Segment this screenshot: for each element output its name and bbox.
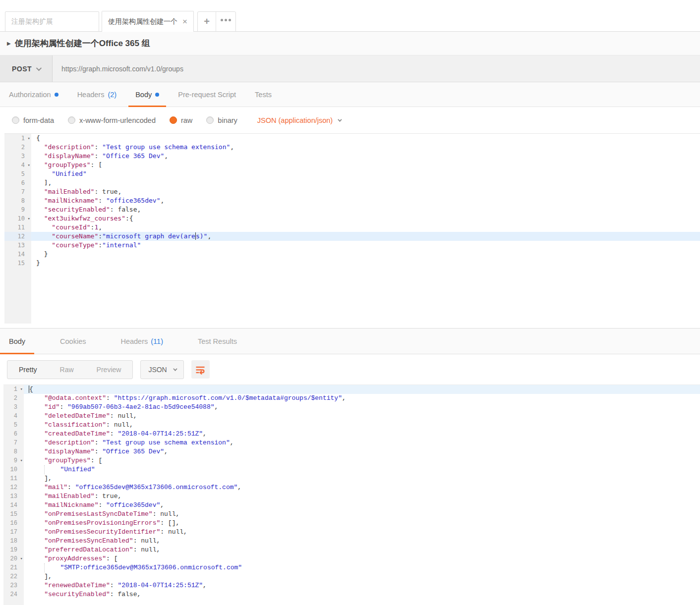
code-line: 7 "description": "Test group use schema … <box>3 439 700 447</box>
tab-response-headers[interactable]: Headers (11) <box>112 329 172 354</box>
code-line: 19 "preferredDataLocation": null, <box>3 546 700 554</box>
close-icon[interactable]: × <box>182 17 187 27</box>
more-options-button[interactable] <box>216 12 235 31</box>
mode-raw[interactable]: raw <box>170 116 192 124</box>
tab-tests[interactable]: Tests <box>255 82 272 107</box>
line-number: 14 <box>4 250 31 259</box>
chevron-down-icon <box>36 65 42 70</box>
mode-binary[interactable]: binary <box>206 116 237 124</box>
code-line[interactable]: 5 "Unified" <box>4 169 700 178</box>
code-line: 15 "onPremisesLastSyncDateTime": null, <box>3 510 700 519</box>
line-number: 2 <box>3 394 24 403</box>
tab-label: Body <box>9 337 25 345</box>
content-type-dropdown[interactable]: JSON (application/json) <box>257 116 341 124</box>
request-tab-register-schema[interactable]: 注册架构扩展 <box>5 11 99 32</box>
tab-test-results[interactable]: Test Results <box>189 329 246 354</box>
radio-selected-icon <box>170 116 177 124</box>
fold-arrow-icon[interactable]: ▾ <box>20 554 23 563</box>
line-number: 3 <box>3 403 24 412</box>
workspace-tab-strip: 注册架构扩展 使用架构属性创建一个 × + <box>0 0 700 32</box>
line-number: 13 <box>4 241 31 250</box>
code-line: 13 "mailEnabled": true, <box>3 492 700 501</box>
tab-label: Headers <box>77 91 105 99</box>
code-line: 21 "SMTP:office365dev@M365x173606.onmicr… <box>3 563 700 572</box>
editor-empty-area[interactable] <box>4 268 700 324</box>
line-number: 10 <box>3 465 24 474</box>
code-line: 5 "classification": null, <box>3 421 700 430</box>
line-number: 12 <box>4 232 31 241</box>
line-number: 6 <box>4 178 31 187</box>
radio-unselected-icon <box>206 116 214 124</box>
line-number: 2 <box>4 143 31 152</box>
code-line[interactable]: 13 "courseType":"internal" <box>4 241 700 250</box>
tab-response-cookies[interactable]: Cookies <box>51 329 95 354</box>
code-line: 14 "mailNickname": "office365dev", <box>3 501 700 510</box>
line-number: 24 <box>3 590 24 599</box>
response-format-dropdown[interactable]: JSON <box>140 360 183 379</box>
line-number: 11 <box>4 223 31 232</box>
fold-arrow-icon[interactable]: ▾ <box>28 134 30 143</box>
code-line: 11 ], <box>3 474 700 483</box>
code-line[interactable]: 4▾ "groupTypes": [ <box>4 161 700 169</box>
code-line: 10 "Unified" <box>3 465 700 474</box>
tab-body[interactable]: Body <box>135 82 159 107</box>
line-number: 14 <box>3 501 24 510</box>
request-title: 使用架构属性创建一个Office 365 组 <box>15 38 150 49</box>
view-preview-button[interactable]: Preview <box>85 361 133 379</box>
response-view-controls: Pretty Raw Preview JSON <box>0 354 700 385</box>
tab-label: Authorization <box>9 91 51 99</box>
url-value: https://graph.microsoft.com/v1.0/groups <box>61 65 183 73</box>
method-dropdown[interactable]: POST <box>0 55 53 82</box>
code-line[interactable]: 11 "courseId":1, <box>4 223 700 232</box>
radio-unselected-icon <box>12 116 19 124</box>
code-line: 22 ], <box>3 572 700 581</box>
mode-label: raw <box>181 116 192 124</box>
line-number: 18 <box>3 537 24 546</box>
tab-label: Test Results <box>198 337 237 345</box>
mode-form-data[interactable]: form-data <box>12 116 54 124</box>
view-pretty-button[interactable]: Pretty <box>7 361 49 379</box>
fold-arrow-icon[interactable]: ▾ <box>20 456 23 465</box>
tab-authorization[interactable]: Authorization <box>9 82 58 107</box>
mode-label: form-data <box>23 116 54 124</box>
code-line[interactable]: 3 "displayName": "Office 365 Dev", <box>4 152 700 161</box>
code-line: 17 "onPremisesSecurityIdentifier": null, <box>3 528 700 537</box>
view-raw-button[interactable]: Raw <box>49 361 85 379</box>
fold-arrow-icon[interactable]: ▾ <box>28 161 30 169</box>
code-line[interactable]: 9 "securityEnabled": false, <box>4 205 700 214</box>
headers-count-badge: (11) <box>151 337 163 345</box>
section-gap <box>0 324 700 328</box>
tab-response-body[interactable]: Body <box>0 329 34 354</box>
code-line[interactable]: 7 "mailEnabled": true, <box>4 187 700 196</box>
editor-empty-area <box>3 599 700 605</box>
tab-label: Tests <box>255 91 272 99</box>
code-line[interactable]: 1▾{ <box>4 134 700 143</box>
code-line[interactable]: 6 ], <box>4 178 700 187</box>
code-line[interactable]: 12 "courseName":"microsoft graph dev(are… <box>4 232 700 241</box>
tab-headers[interactable]: Headers (2) <box>77 82 117 107</box>
code-line[interactable]: 10▾ "ext3uikwfwz_courses":{ <box>4 214 700 223</box>
code-line[interactable]: 15} <box>4 259 700 268</box>
code-line[interactable]: 2 "description": "Test group use schema … <box>4 143 700 152</box>
fold-arrow-icon[interactable]: ▾ <box>20 385 23 394</box>
new-tab-button[interactable]: + <box>198 12 216 31</box>
fold-arrow-icon[interactable]: ▾ <box>28 214 30 223</box>
request-body-editor[interactable]: 1▾{2 "description": "Test group use sche… <box>4 133 700 324</box>
url-input[interactable]: https://graph.microsoft.com/v1.0/groups <box>53 55 700 82</box>
line-number: 21 <box>3 563 24 572</box>
collapse-arrow-icon[interactable]: ▶ <box>7 41 11 46</box>
code-line[interactable]: 14 } <box>4 250 700 259</box>
line-number: 23 <box>3 581 24 590</box>
tab-pre-request-script[interactable]: Pre-request Script <box>178 82 236 107</box>
code-line: 8 "displayName": "Office 365 Dev", <box>3 447 700 456</box>
line-number: 19 <box>3 546 24 554</box>
request-tab-create-group[interactable]: 使用架构属性创建一个 × <box>102 11 194 32</box>
code-line[interactable]: 8 "mailNickname": "office365dev", <box>4 196 700 205</box>
ellipsis-icon <box>221 19 231 21</box>
mode-urlencoded[interactable]: x-www-form-urlencoded <box>68 116 156 124</box>
wrap-text-icon <box>195 364 206 375</box>
chevron-down-icon <box>338 117 342 121</box>
tab-label: Body <box>135 91 152 99</box>
request-tabs: Authorization Headers (2) Body Pre-reque… <box>0 82 700 107</box>
wrap-text-button[interactable] <box>191 360 210 379</box>
